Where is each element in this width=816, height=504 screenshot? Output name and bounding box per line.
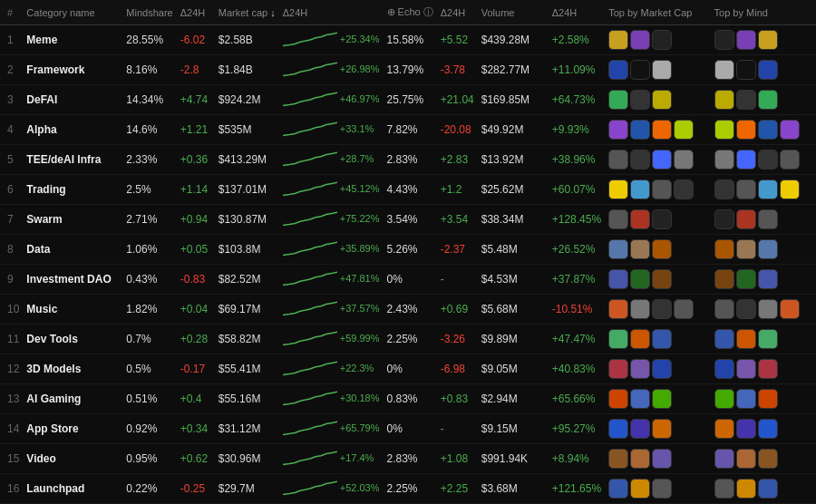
volume-delta: +121.65% <box>549 474 605 504</box>
echo-value: 2.25% <box>384 325 437 354</box>
token-icon <box>714 239 734 259</box>
table-row[interactable]: 15Video0.95%+0.62$30.96M +17.4%2.83%+1.0… <box>0 444 816 474</box>
table-row[interactable]: 4Alpha14.6%+1.21$535M +33.1%7.82%-20.08$… <box>0 115 816 145</box>
category-name[interactable]: Music <box>23 295 122 325</box>
token-icon <box>780 179 800 199</box>
echo-value: 13.79% <box>384 55 437 85</box>
token-icon <box>714 120 734 140</box>
table-row[interactable]: 16Launchpad0.22%-0.25$29.7M +52.03%2.25%… <box>0 474 816 504</box>
table-row[interactable]: 7Swarm2.71%+0.94$130.87M +75.22%3.54%+3.… <box>0 205 816 235</box>
top-by-marketcap-icons <box>605 354 710 384</box>
token-icon <box>630 389 650 409</box>
row-num: 7 <box>0 205 23 235</box>
category-name[interactable]: AI Gaming <box>23 384 122 414</box>
table-row[interactable]: 11Dev Tools0.7%+0.28$58.82M +59.99%2.25%… <box>0 325 816 354</box>
col-category[interactable]: Category name <box>23 0 122 25</box>
category-name[interactable]: Trading <box>23 175 122 205</box>
col-mind-delta[interactable]: Δ24H <box>177 0 215 25</box>
top-by-marketcap-icons <box>605 25 710 55</box>
marketcap-chart: +30.18% <box>279 384 384 414</box>
top-by-marketcap-icons <box>605 295 710 325</box>
table-row[interactable]: 2Framework8.16%-2.8$1.84B +26.98%13.79%-… <box>0 55 816 85</box>
marketcap-chart: +37.57% <box>279 295 384 325</box>
mindshare-delta: +0.34 <box>177 414 215 444</box>
col-volume[interactable]: Volume <box>478 0 549 25</box>
col-vol-delta[interactable]: Δ24H <box>549 0 605 25</box>
category-name[interactable]: Dev Tools <box>23 325 122 354</box>
marketcap-value: $55.16M <box>215 384 279 414</box>
table-row[interactable]: 9Investment DAO0.43%-0.83$82.52M +47.81%… <box>0 265 816 295</box>
top-by-marketcap-icons <box>605 145 710 175</box>
mindshare-delta: +0.62 <box>177 444 215 474</box>
col-echo[interactable]: ⊕ Echo ⓘ <box>384 0 437 25</box>
marketcap-value: $535M <box>215 115 279 145</box>
marketcap-chart: +46.97% <box>279 85 384 115</box>
table-row[interactable]: 3DeFAI14.34%+4.74$924.2M +46.97%25.75%+2… <box>0 85 816 115</box>
marketcap-value: $55.41M <box>215 354 279 384</box>
col-cap-delta[interactable]: Δ24H <box>279 0 384 25</box>
token-icon <box>758 209 778 229</box>
category-name[interactable]: Framework <box>23 55 122 85</box>
category-name[interactable]: Meme <box>23 25 122 55</box>
marketcap-value: $69.17M <box>215 295 279 325</box>
token-icon <box>714 299 734 319</box>
category-name[interactable]: Data <box>23 235 122 265</box>
token-icon <box>652 179 672 199</box>
marketcap-chart: +28.7% <box>279 145 384 175</box>
table-row[interactable]: 10Music1.82%+0.04$69.17M +37.57%2.43%+0.… <box>0 295 816 325</box>
category-name[interactable]: 3D Models <box>23 354 122 384</box>
volume-delta: +65.66% <box>549 384 605 414</box>
token-icon <box>652 479 672 499</box>
col-marketcap[interactable]: Market cap <box>215 0 279 25</box>
echo-value: 0% <box>384 414 437 444</box>
mindshare-value: 2.5% <box>122 175 176 205</box>
table-row[interactable]: 1Meme28.55%-6.02$2.58B +25.34%15.58%+5.5… <box>0 25 816 55</box>
token-icon <box>736 419 756 439</box>
echo-value: 0% <box>384 354 437 384</box>
marketcap-value: $137.01M <box>215 175 279 205</box>
token-icon <box>736 329 756 349</box>
token-icon <box>608 179 628 199</box>
col-mindshare[interactable]: Mindshare <box>122 0 176 25</box>
volume-delta: +64.73% <box>549 85 605 115</box>
token-icon <box>652 359 672 379</box>
table-row[interactable]: 13AI Gaming0.51%+0.4$55.16M +30.18%0.83%… <box>0 384 816 414</box>
volume-value: $439.28M <box>478 25 549 55</box>
table-row[interactable]: 14App Store0.92%+0.34$31.12M +65.79%0%-$… <box>0 414 816 444</box>
volume-value: $3.68M <box>478 474 549 504</box>
token-icon <box>758 120 778 140</box>
mindshare-delta: +0.04 <box>177 295 215 325</box>
mindshare-delta: -2.8 <box>177 55 215 85</box>
row-num: 4 <box>0 115 23 145</box>
category-name[interactable]: Investment DAO <box>23 265 122 295</box>
marketcap-chart: +17.4% <box>279 444 384 474</box>
category-name[interactable]: Alpha <box>23 115 122 145</box>
row-num: 8 <box>0 235 23 265</box>
marketcap-chart: +25.34% <box>279 25 384 55</box>
mindshare-delta: +0.94 <box>177 205 215 235</box>
token-icon <box>758 479 778 499</box>
token-icon <box>630 299 650 319</box>
category-name[interactable]: Launchpad <box>23 474 122 504</box>
token-icon <box>736 209 756 229</box>
table-row[interactable]: 8Data1.06%+0.05$103.8M +35.89%5.26%-2.37… <box>0 235 816 265</box>
token-icon <box>758 359 778 379</box>
row-num: 15 <box>0 444 23 474</box>
category-name[interactable]: Swarm <box>23 205 122 235</box>
row-num: 2 <box>0 55 23 85</box>
volume-delta: +95.27% <box>549 414 605 444</box>
category-name[interactable]: TEE/deAI Infra <box>23 145 122 175</box>
table-row[interactable]: 123D Models0.5%-0.17$55.41M +22.3%0%-6.9… <box>0 354 816 384</box>
category-name[interactable]: Video <box>23 444 122 474</box>
col-echo-delta[interactable]: Δ24H <box>437 0 478 25</box>
category-name[interactable]: App Store <box>23 414 122 444</box>
top-by-marketcap-icons <box>605 85 710 115</box>
table-row[interactable]: 5TEE/deAI Infra2.33%+0.36$413.29M +28.7%… <box>0 145 816 175</box>
table-row[interactable]: 6Trading2.5%+1.14$137.01M +45.12%4.43%+1… <box>0 175 816 205</box>
token-icon <box>608 299 628 319</box>
marketcap-value: $58.82M <box>215 325 279 354</box>
echo-delta: +0.83 <box>437 384 478 414</box>
volume-delta: +2.58% <box>549 25 605 55</box>
marketcap-chart: +22.3% <box>279 354 384 384</box>
category-name[interactable]: DeFAI <box>23 85 122 115</box>
